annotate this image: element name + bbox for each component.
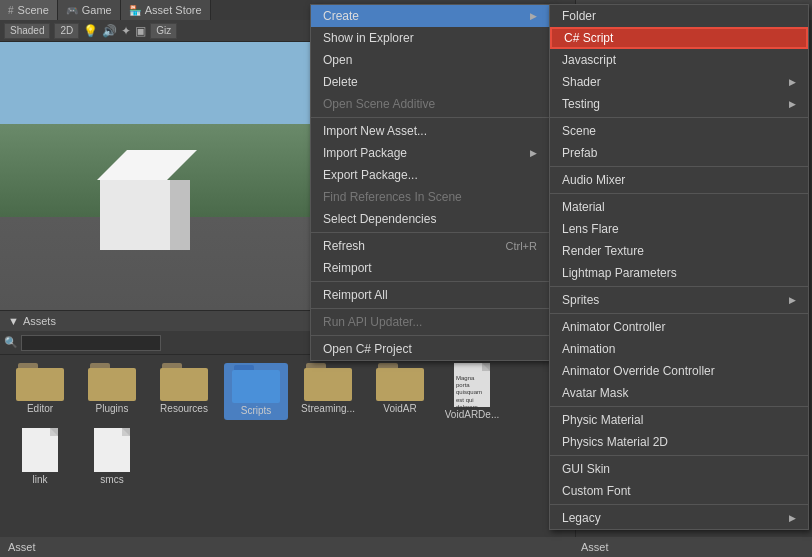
- folder-label-streaming: Streaming...: [301, 403, 355, 414]
- list-item[interactable]: VoidAR: [368, 363, 432, 420]
- search-icon: 🔍: [4, 336, 18, 349]
- submenu-item-shader[interactable]: Shader: [550, 71, 808, 93]
- submenu-item-csharp-script[interactable]: C# Script: [550, 27, 808, 49]
- audio-icon[interactable]: 🔊: [102, 24, 117, 38]
- hashtag-icon: #: [8, 5, 14, 16]
- submenu-item-testing[interactable]: Testing: [550, 93, 808, 115]
- folder-label-editor: Editor: [27, 403, 53, 414]
- list-item[interactable]: Magna porta quisquam est qui dolorem. Vo…: [440, 363, 504, 420]
- shaded-dropdown[interactable]: Shaded: [4, 23, 50, 39]
- list-item[interactable]: Streaming...: [296, 363, 360, 420]
- separator-2: [311, 232, 549, 233]
- menu-item-refresh-shortcut: Ctrl+R: [506, 240, 537, 252]
- submenu-item-audio-mixer[interactable]: Audio Mixer: [550, 169, 808, 191]
- folder-icon-editor: [16, 363, 64, 401]
- light-icon[interactable]: 💡: [83, 24, 98, 38]
- submenu-separator-5: [550, 313, 808, 314]
- store-icon: 🏪: [129, 5, 141, 16]
- submenu-item-material-label: Material: [562, 200, 605, 214]
- menu-item-find-references-label: Find References In Scene: [323, 190, 462, 204]
- submenu-item-custom-font[interactable]: Custom Font: [550, 480, 808, 502]
- submenu-item-prefab-label: Prefab: [562, 146, 597, 160]
- submenu-item-prefab[interactable]: Prefab: [550, 142, 808, 164]
- submenu-item-animation[interactable]: Animation: [550, 338, 808, 360]
- submenu-item-render-texture[interactable]: Render Texture: [550, 240, 808, 262]
- menu-item-reimport-all-label: Reimport All: [323, 288, 388, 302]
- screen-icon[interactable]: ▣: [135, 24, 146, 38]
- submenu-item-sprites[interactable]: Sprites: [550, 289, 808, 311]
- list-item[interactable]: link: [8, 428, 72, 485]
- submenu-create: Folder C# Script Javascript Shader Testi…: [549, 4, 809, 530]
- submenu-item-audio-mixer-label: Audio Mixer: [562, 173, 625, 187]
- file-icon-smcs: [94, 428, 130, 472]
- game-icon: 🎮: [66, 5, 78, 16]
- search-input[interactable]: [21, 335, 161, 351]
- submenu-item-shader-label: Shader: [562, 75, 601, 89]
- submenu-item-animation-label: Animation: [562, 342, 615, 356]
- menu-item-delete[interactable]: Delete: [311, 71, 549, 93]
- assets-expand-icon[interactable]: ▼: [8, 315, 19, 327]
- submenu-item-scene[interactable]: Scene: [550, 120, 808, 142]
- list-item[interactable]: Editor: [8, 363, 72, 420]
- menu-item-open-csharp-project-label: Open C# Project: [323, 342, 412, 356]
- submenu-item-testing-label: Testing: [562, 97, 600, 111]
- scene-tab-label: Scene: [18, 4, 49, 16]
- game-tab-label: Game: [82, 4, 112, 16]
- menu-item-create[interactable]: Create: [311, 5, 549, 27]
- submenu-item-lens-flare[interactable]: Lens Flare: [550, 218, 808, 240]
- cube-front: [100, 180, 170, 250]
- bottom-bar-label: Asset: [8, 541, 36, 553]
- submenu-item-physic-material[interactable]: Physic Material: [550, 409, 808, 431]
- submenu-item-folder[interactable]: Folder: [550, 5, 808, 27]
- menu-item-import-package[interactable]: Import Package: [311, 142, 549, 164]
- menu-item-open-label: Open: [323, 53, 352, 67]
- menu-item-import-new-asset[interactable]: Import New Asset...: [311, 120, 549, 142]
- assets-grid: Editor Plugins Resources Scripts: [0, 355, 575, 493]
- list-item[interactable]: smcs: [80, 428, 144, 485]
- menu-item-select-dependencies[interactable]: Select Dependencies: [311, 208, 549, 230]
- submenu-item-gui-skin[interactable]: GUI Skin: [550, 458, 808, 480]
- menu-item-open-csharp-project[interactable]: Open C# Project: [311, 338, 549, 360]
- menu-item-reimport[interactable]: Reimport: [311, 257, 549, 279]
- menu-item-export-package-label: Export Package...: [323, 168, 418, 182]
- submenu-item-legacy-label: Legacy: [562, 511, 601, 525]
- menu-item-import-package-label: Import Package: [323, 146, 407, 160]
- list-item[interactable]: Scripts: [224, 363, 288, 420]
- tab-asset-store[interactable]: 🏪 Asset Store: [121, 0, 211, 20]
- tab-scene[interactable]: # Scene: [0, 0, 58, 20]
- submenu-item-animator-override[interactable]: Animator Override Controller: [550, 360, 808, 382]
- submenu-item-animator-controller[interactable]: Animator Controller: [550, 316, 808, 338]
- menu-item-export-package[interactable]: Export Package...: [311, 164, 549, 186]
- 2d-toggle[interactable]: 2D: [54, 23, 79, 39]
- separator-4: [311, 308, 549, 309]
- menu-item-reimport-label: Reimport: [323, 261, 372, 275]
- folder-body: [16, 368, 64, 401]
- list-item[interactable]: Resources: [152, 363, 216, 420]
- submenu-item-material[interactable]: Material: [550, 196, 808, 218]
- menu-item-reimport-all[interactable]: Reimport All: [311, 284, 549, 306]
- folder-body: [160, 368, 208, 401]
- submenu-item-avatar-mask[interactable]: Avatar Mask: [550, 382, 808, 404]
- menu-item-refresh[interactable]: Refresh Ctrl+R: [311, 235, 549, 257]
- submenu-item-legacy[interactable]: Legacy: [550, 507, 808, 529]
- asset-store-tab-label: Asset Store: [145, 4, 202, 16]
- submenu-item-render-texture-label: Render Texture: [562, 244, 644, 258]
- separator-5: [311, 335, 549, 336]
- submenu-item-physics-material-2d[interactable]: Physics Material 2D: [550, 431, 808, 453]
- scene-cube: [80, 160, 180, 250]
- menu-item-show-in-explorer[interactable]: Show in Explorer: [311, 27, 549, 49]
- cube-right: [170, 180, 190, 250]
- list-item[interactable]: Plugins: [80, 363, 144, 420]
- submenu-item-animator-override-label: Animator Override Controller: [562, 364, 715, 378]
- submenu-separator-8: [550, 504, 808, 505]
- file-icon-link: [22, 428, 58, 472]
- submenu-item-animator-controller-label: Animator Controller: [562, 320, 665, 334]
- menu-item-open[interactable]: Open: [311, 49, 549, 71]
- effects-icon[interactable]: ✦: [121, 24, 131, 38]
- scene-toolbar: Shaded 2D 💡 🔊 ✦ ▣ Giz: [0, 20, 312, 42]
- submenu-item-javascript[interactable]: Javascript: [550, 49, 808, 71]
- tab-game[interactable]: 🎮 Game: [58, 0, 121, 20]
- submenu-item-lightmap-parameters[interactable]: Lightmap Parameters: [550, 262, 808, 284]
- submenu-item-physics-material-2d-label: Physics Material 2D: [562, 435, 668, 449]
- gizmos-btn[interactable]: Giz: [150, 23, 177, 39]
